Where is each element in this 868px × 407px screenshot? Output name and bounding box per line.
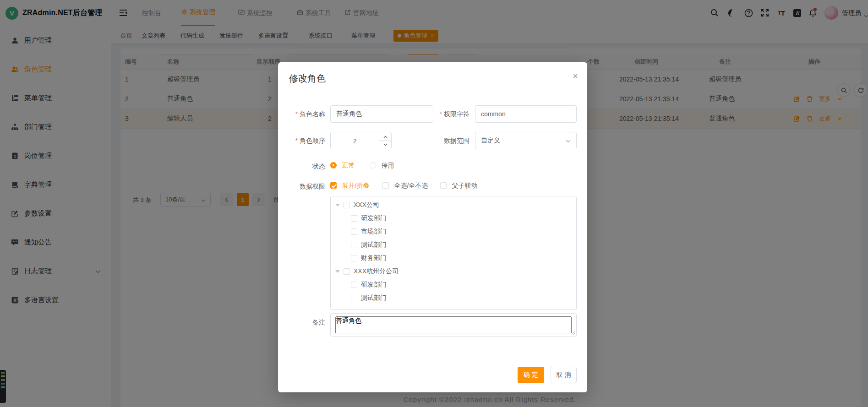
- status-label: 状态: [278, 163, 325, 171]
- remark-textarea[interactable]: 普通角色: [330, 313, 577, 336]
- data-scope-label: 数据范围: [393, 137, 469, 145]
- tree-node-dept[interactable]: 研发部门: [331, 278, 576, 291]
- cancel-button[interactable]: 取 消: [551, 367, 577, 383]
- radio-normal[interactable]: 正常: [330, 161, 355, 170]
- radio-disabled[interactable]: 停用: [370, 161, 394, 170]
- chevron-down-icon: [566, 137, 571, 144]
- checkbox-icon: [382, 182, 389, 189]
- checkbox-icon[interactable]: [351, 295, 357, 301]
- remark-label: 备注: [278, 319, 325, 327]
- tree-node-dept[interactable]: 研发部门: [331, 212, 576, 225]
- role-sort-label: 角色顺序: [278, 137, 325, 145]
- role-key-input[interactable]: [475, 105, 577, 123]
- tree-node-dept[interactable]: 测试部门: [331, 291, 576, 304]
- checkbox-icon[interactable]: [351, 242, 357, 248]
- checkbox-icon[interactable]: [344, 202, 350, 208]
- role-sort-stepper[interactable]: 2: [330, 132, 392, 149]
- tree-node-dept[interactable]: 测试部门: [331, 238, 576, 251]
- edit-role-dialog: 修改角色 × 角色名称 权限字符 角色顺序 2 数据范围 自定义 状态 正常 停…: [278, 62, 587, 392]
- checkbox-expand-collapse[interactable]: 展开/折叠: [330, 181, 369, 190]
- stepper-down-button[interactable]: [379, 140, 391, 149]
- checkbox-parent-child-link[interactable]: 父子联动: [440, 181, 477, 190]
- checkbox-icon: [330, 182, 337, 189]
- caret-down-icon[interactable]: [335, 204, 340, 206]
- confirm-button[interactable]: 确 定: [518, 367, 544, 383]
- checkbox-icon[interactable]: [351, 282, 357, 288]
- tree-node-company[interactable]: XXX公司: [331, 198, 576, 212]
- radio-icon: [330, 162, 337, 168]
- close-icon[interactable]: ×: [573, 71, 578, 81]
- checkbox-icon: [440, 182, 447, 189]
- resize-grip-icon[interactable]: [571, 331, 575, 335]
- role-name-label: 角色名称: [278, 110, 325, 119]
- checkbox-icon[interactable]: [351, 228, 357, 235]
- tree-node-dept[interactable]: 财务部门: [331, 251, 576, 265]
- caret-down-icon[interactable]: [335, 270, 340, 273]
- checkbox-icon[interactable]: [351, 255, 357, 261]
- permission-tree: XXX公司 研发部门 市场部门 测试部门 财务部门 XXX杭州分公司 研发部门: [330, 196, 577, 310]
- dialog-title: 修改角色: [289, 72, 326, 85]
- checkbox-icon[interactable]: [344, 268, 350, 275]
- tree-node-dept[interactable]: 市场部门: [331, 225, 576, 238]
- checkbox-select-all[interactable]: 全选/全不选: [382, 181, 428, 190]
- checkbox-icon[interactable]: [351, 215, 357, 222]
- data-perm-label: 数据权限: [278, 183, 325, 191]
- data-scope-select[interactable]: 自定义: [475, 132, 577, 149]
- radio-icon: [370, 162, 376, 168]
- role-key-label: 权限字符: [393, 110, 469, 119]
- tree-node-branch-company[interactable]: XXX杭州分公司: [331, 265, 576, 278]
